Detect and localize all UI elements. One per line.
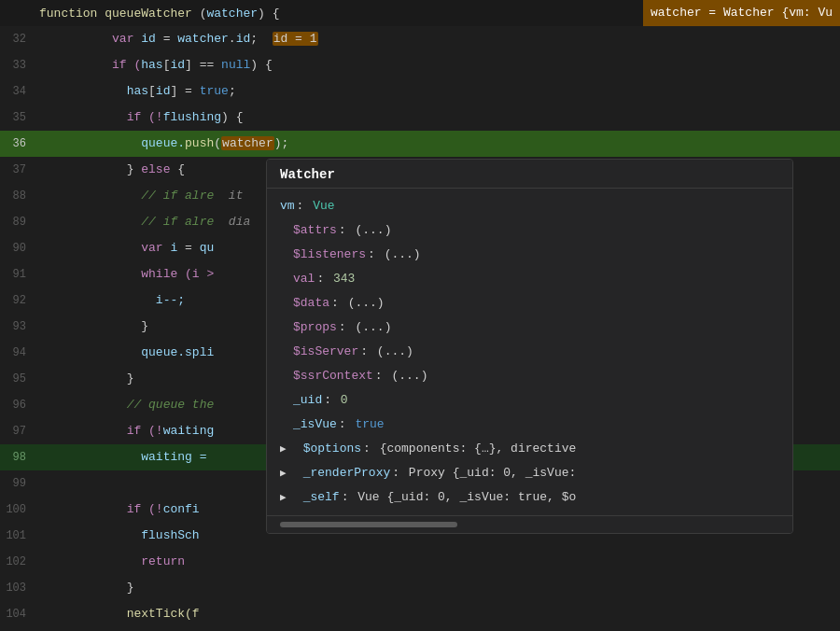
tooltip-header: Watcher [267, 160, 792, 189]
tooltip-key-uid: _uid [293, 390, 322, 411]
tooltip-colon: : [297, 196, 304, 217]
tooltip-row-isvue: _isVue : true [267, 413, 792, 437]
tooltip-key-isvue: _isVue [293, 414, 337, 435]
line-num-35: 35 [0, 105, 35, 131]
token-watcher-highlight: watcher [221, 136, 274, 150]
tooltip-arrow-self: ▶ [280, 487, 287, 508]
tooltip-colon: : [360, 342, 368, 362]
tooltip-indent [290, 463, 303, 484]
tooltip-val-renderproxy: Proxy {_uid: 0, _isVue: [401, 463, 576, 484]
line-num-36: 36 [0, 131, 35, 157]
line-num-100: 100 [0, 497, 35, 523]
line-num-90: 90 [0, 235, 35, 261]
line-num-37: 37 [0, 157, 35, 183]
tooltip-val-props: (...) [348, 317, 392, 338]
tooltip-colon: : [339, 317, 346, 338]
token-faded: dia [214, 215, 250, 229]
tooltip-colon: : [392, 463, 399, 484]
tooltip-val-data: (...) [341, 293, 385, 314]
tooltip-row-val: val : 343 [267, 267, 792, 291]
tooltip-colon: : [368, 245, 375, 265]
line-num-105: 105 [0, 627, 35, 631]
tooltip-colon: : [316, 269, 324, 289]
tooltip-row-uid: _uid : 0 [267, 388, 792, 413]
tooltip-val-options: {components: {…}, directive [372, 439, 576, 459]
code-editor: function queueWatcher ( watcher ) { watc… [0, 0, 840, 631]
token: push [185, 136, 214, 150]
tooltip-key-self: _self [303, 487, 340, 508]
tooltip-key-ssrcontext: $ssrContext [293, 366, 373, 386]
tooltip-key-isserver: $isServer [293, 342, 358, 362]
tooltip-key-vm: vm [280, 196, 295, 217]
line-num-94: 94 [0, 340, 35, 366]
tooltip-val-uid: 0 [333, 390, 348, 411]
token: waiting = [97, 450, 214, 464]
header-tooltip-text: watcher = Watcher {vm: Vu [651, 0, 833, 26]
tooltip-indent [280, 414, 293, 435]
tooltip-val-attrs: (...) [348, 220, 392, 241]
line-num-88: 88 [0, 183, 35, 209]
tooltip-val-self: Vue {_uid: 0, _isVue: true, $o [350, 487, 576, 508]
tooltip-row-data: $data : (...) [267, 291, 792, 316]
code-line-104: 104 nextTick(f [0, 601, 840, 627]
header-tooltip-highlight: watcher = Watcher {vm: Vu [643, 0, 840, 26]
tooltip-row-self[interactable]: ▶ _self : Vue {_uid: 0, _isVue: true, $o [267, 485, 792, 510]
tooltip-row-renderproxy[interactable]: ▶ _renderProxy : Proxy {_uid: 0, _isVue: [267, 461, 792, 485]
line-num-102: 102 [0, 549, 35, 575]
tooltip-key-renderproxy: _renderProxy [303, 463, 391, 484]
token: ); [274, 136, 289, 150]
token: ( [214, 136, 221, 150]
tooltip-row-isserver: $isServer : (...) [267, 340, 792, 364]
tooltip-indent [290, 439, 303, 459]
tooltip-key-props: $props [293, 317, 337, 338]
line-num-99: 99 [0, 470, 35, 497]
line-content-106: } [35, 627, 105, 631]
token-highlight: id = 1 [273, 32, 318, 46]
line-num-104: 104 [0, 601, 35, 627]
line-num-96: 96 [0, 392, 35, 418]
line-num-98: 98 [0, 444, 35, 470]
tooltip-key-attrs: $attrs [293, 220, 337, 241]
tooltip-val-listeners: (...) [377, 245, 421, 265]
tooltip-indent [280, 245, 293, 265]
tooltip-val-isvue: true [348, 414, 385, 435]
line-num-91: 91 [0, 261, 35, 287]
tooltip-arrow-options: ▶ [280, 439, 287, 459]
tooltip-colon: : [331, 293, 339, 314]
line-num-92: 92 [0, 287, 35, 314]
tooltip-title: Watcher [280, 167, 335, 182]
tooltip-colon: : [363, 439, 371, 459]
line-num-103: 103 [0, 575, 35, 601]
tooltip-colon: : [339, 414, 346, 435]
tooltip-val-val: 343 [326, 269, 355, 289]
line-num-89: 89 [0, 209, 35, 235]
tooltip-val-isserver: (...) [370, 342, 413, 362]
tooltip-colon: : [342, 487, 349, 508]
line-num-97: 97 [0, 418, 35, 444]
line-num-34: 34 [0, 78, 35, 105]
tooltip-indent [280, 390, 293, 411]
tooltip-row-ssrcontext: $ssrContext : (...) [267, 364, 792, 388]
tooltip-key-options: $options [303, 439, 361, 459]
line-num-32: 32 [0, 26, 35, 52]
tooltip-key-data: $data [293, 293, 329, 314]
tooltip-indent [280, 220, 293, 241]
tooltip-colon: : [375, 366, 383, 386]
line-num-33: 33 [0, 52, 35, 78]
tooltip-key-listeners: $listeners [293, 245, 366, 265]
tooltip-body[interactable]: vm : Vue $attrs : (...) $listeners : (..… [267, 189, 792, 515]
tooltip-row-vm: vm : Vue [267, 194, 792, 218]
tooltip-arrow-renderproxy: ▶ [280, 463, 287, 484]
tooltip-popup: Watcher vm : Vue $attrs : (...) $listene… [266, 159, 793, 534]
tooltip-indent [280, 293, 293, 314]
tooltip-indent [280, 366, 293, 386]
line-num-93: 93 [0, 314, 35, 340]
tooltip-indent [280, 269, 293, 289]
line-num-101: 101 [0, 523, 35, 549]
tooltip-row-options[interactable]: ▶ $options : {components: {…}, directive [267, 437, 792, 461]
tooltip-scrollbar[interactable] [280, 522, 457, 527]
token: ) { [250, 58, 272, 72]
tooltip-indent [280, 317, 293, 338]
tooltip-row-props: $props : (...) [267, 316, 792, 340]
line-num-95: 95 [0, 366, 35, 392]
